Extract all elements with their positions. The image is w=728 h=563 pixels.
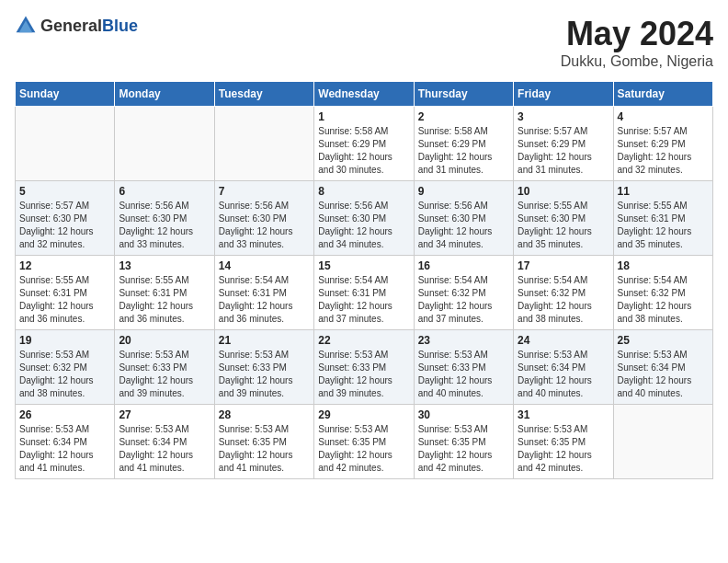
calendar-cell: 24Sunrise: 5:53 AM Sunset: 6:34 PM Dayli…	[514, 330, 613, 405]
calendar-cell: 6Sunrise: 5:56 AM Sunset: 6:30 PM Daylig…	[115, 181, 214, 256]
day-number: 10	[518, 185, 609, 198]
calendar-cell: 1Sunrise: 5:58 AM Sunset: 6:29 PM Daylig…	[314, 107, 414, 181]
weekday-thursday: Thursday	[414, 82, 513, 107]
day-number: 12	[19, 259, 110, 272]
day-number: 23	[418, 334, 509, 347]
month-year-title: May 2024	[561, 15, 713, 53]
day-number: 5	[19, 185, 110, 198]
calendar-cell: 27Sunrise: 5:53 AM Sunset: 6:34 PM Dayli…	[115, 405, 214, 479]
day-number: 16	[418, 259, 509, 272]
calendar-cell: 7Sunrise: 5:56 AM Sunset: 6:30 PM Daylig…	[214, 181, 313, 256]
title-section: May 2024 Dukku, Gombe, Nigeria	[561, 15, 713, 70]
day-number: 6	[119, 185, 210, 198]
day-info: Sunrise: 5:55 AM Sunset: 6:31 PM Dayligh…	[119, 274, 210, 326]
day-number: 24	[518, 334, 609, 347]
calendar-cell: 10Sunrise: 5:55 AM Sunset: 6:30 PM Dayli…	[514, 181, 613, 256]
day-number: 11	[618, 185, 709, 198]
day-number: 3	[518, 110, 609, 123]
calendar-cell: 20Sunrise: 5:53 AM Sunset: 6:33 PM Dayli…	[115, 330, 214, 405]
day-info: Sunrise: 5:57 AM Sunset: 6:30 PM Dayligh…	[19, 200, 110, 251]
calendar-cell: 23Sunrise: 5:53 AM Sunset: 6:33 PM Dayli…	[414, 330, 513, 405]
day-info: Sunrise: 5:55 AM Sunset: 6:31 PM Dayligh…	[19, 274, 110, 326]
day-info: Sunrise: 5:58 AM Sunset: 6:29 PM Dayligh…	[318, 125, 409, 177]
calendar-cell: 22Sunrise: 5:53 AM Sunset: 6:33 PM Dayli…	[314, 330, 414, 405]
weekday-sunday: Sunday	[16, 82, 115, 107]
weekday-friday: Friday	[514, 82, 613, 107]
day-info: Sunrise: 5:54 AM Sunset: 6:31 PM Dayligh…	[219, 274, 310, 326]
day-number: 25	[618, 334, 709, 347]
calendar-cell: 29Sunrise: 5:53 AM Sunset: 6:35 PM Dayli…	[314, 405, 414, 479]
calendar-cell: 5Sunrise: 5:57 AM Sunset: 6:30 PM Daylig…	[16, 181, 115, 256]
day-number: 8	[318, 185, 409, 198]
day-info: Sunrise: 5:55 AM Sunset: 6:30 PM Dayligh…	[518, 200, 609, 251]
day-info: Sunrise: 5:53 AM Sunset: 6:35 PM Dayligh…	[518, 423, 609, 475]
day-info: Sunrise: 5:53 AM Sunset: 6:35 PM Dayligh…	[418, 423, 509, 475]
day-info: Sunrise: 5:54 AM Sunset: 6:32 PM Dayligh…	[618, 274, 709, 326]
calendar-cell: 15Sunrise: 5:54 AM Sunset: 6:31 PM Dayli…	[314, 256, 414, 330]
day-number: 28	[219, 408, 310, 421]
calendar-week-5: 26Sunrise: 5:53 AM Sunset: 6:34 PM Dayli…	[16, 405, 713, 479]
calendar-cell: 8Sunrise: 5:56 AM Sunset: 6:30 PM Daylig…	[314, 181, 414, 256]
day-number: 17	[518, 259, 609, 272]
day-info: Sunrise: 5:58 AM Sunset: 6:29 PM Dayligh…	[418, 125, 509, 177]
day-number: 31	[518, 408, 609, 421]
calendar-cell: 28Sunrise: 5:53 AM Sunset: 6:35 PM Dayli…	[214, 405, 313, 479]
calendar-cell: 4Sunrise: 5:57 AM Sunset: 6:29 PM Daylig…	[613, 107, 712, 181]
day-number: 22	[318, 334, 409, 347]
calendar-cell: 9Sunrise: 5:56 AM Sunset: 6:30 PM Daylig…	[414, 181, 513, 256]
location-subtitle: Dukku, Gombe, Nigeria	[561, 53, 713, 70]
day-info: Sunrise: 5:55 AM Sunset: 6:31 PM Dayligh…	[618, 200, 709, 251]
day-info: Sunrise: 5:53 AM Sunset: 6:35 PM Dayligh…	[219, 423, 310, 475]
calendar-cell	[613, 405, 712, 479]
calendar-cell: 25Sunrise: 5:53 AM Sunset: 6:34 PM Dayli…	[613, 330, 712, 405]
day-info: Sunrise: 5:53 AM Sunset: 6:33 PM Dayligh…	[418, 349, 509, 400]
calendar-cell	[115, 107, 214, 181]
logo-blue-text: Blue	[102, 17, 138, 35]
day-info: Sunrise: 5:57 AM Sunset: 6:29 PM Dayligh…	[618, 125, 709, 177]
day-info: Sunrise: 5:54 AM Sunset: 6:31 PM Dayligh…	[318, 274, 409, 326]
calendar-cell	[214, 107, 313, 181]
day-info: Sunrise: 5:53 AM Sunset: 6:34 PM Dayligh…	[518, 349, 609, 400]
day-number: 18	[618, 259, 709, 272]
day-number: 7	[219, 185, 310, 198]
weekday-monday: Monday	[115, 82, 214, 107]
day-info: Sunrise: 5:53 AM Sunset: 6:34 PM Dayligh…	[618, 349, 709, 400]
day-number: 2	[418, 110, 509, 123]
calendar-cell: 16Sunrise: 5:54 AM Sunset: 6:32 PM Dayli…	[414, 256, 513, 330]
day-info: Sunrise: 5:56 AM Sunset: 6:30 PM Dayligh…	[219, 200, 310, 251]
calendar-cell: 11Sunrise: 5:55 AM Sunset: 6:31 PM Dayli…	[613, 181, 712, 256]
day-info: Sunrise: 5:56 AM Sunset: 6:30 PM Dayligh…	[119, 200, 210, 251]
calendar-week-3: 12Sunrise: 5:55 AM Sunset: 6:31 PM Dayli…	[16, 256, 713, 330]
calendar-cell: 19Sunrise: 5:53 AM Sunset: 6:32 PM Dayli…	[16, 330, 115, 405]
logo-general-text: General	[40, 17, 102, 35]
calendar-cell: 26Sunrise: 5:53 AM Sunset: 6:34 PM Dayli…	[16, 405, 115, 479]
day-info: Sunrise: 5:56 AM Sunset: 6:30 PM Dayligh…	[418, 200, 509, 251]
logo-icon	[15, 15, 37, 37]
day-number: 20	[119, 334, 210, 347]
weekday-tuesday: Tuesday	[214, 82, 313, 107]
day-number: 29	[318, 408, 409, 421]
logo: GeneralBlue	[15, 15, 138, 37]
day-info: Sunrise: 5:54 AM Sunset: 6:32 PM Dayligh…	[518, 274, 609, 326]
day-info: Sunrise: 5:54 AM Sunset: 6:32 PM Dayligh…	[418, 274, 509, 326]
weekday-wednesday: Wednesday	[314, 82, 414, 107]
day-number: 21	[219, 334, 310, 347]
day-number: 13	[119, 259, 210, 272]
day-info: Sunrise: 5:56 AM Sunset: 6:30 PM Dayligh…	[318, 200, 409, 251]
day-number: 15	[318, 259, 409, 272]
day-number: 19	[19, 334, 110, 347]
day-number: 27	[119, 408, 210, 421]
calendar-cell: 30Sunrise: 5:53 AM Sunset: 6:35 PM Dayli…	[414, 405, 513, 479]
day-number: 4	[618, 110, 709, 123]
weekday-header-row: SundayMondayTuesdayWednesdayThursdayFrid…	[16, 82, 713, 107]
day-info: Sunrise: 5:53 AM Sunset: 6:33 PM Dayligh…	[119, 349, 210, 400]
calendar-cell: 17Sunrise: 5:54 AM Sunset: 6:32 PM Dayli…	[514, 256, 613, 330]
day-number: 1	[318, 110, 409, 123]
day-info: Sunrise: 5:53 AM Sunset: 6:33 PM Dayligh…	[318, 349, 409, 400]
calendar-cell	[16, 107, 115, 181]
day-info: Sunrise: 5:53 AM Sunset: 6:32 PM Dayligh…	[19, 349, 110, 400]
day-info: Sunrise: 5:53 AM Sunset: 6:33 PM Dayligh…	[219, 349, 310, 400]
calendar-cell: 12Sunrise: 5:55 AM Sunset: 6:31 PM Dayli…	[16, 256, 115, 330]
day-number: 26	[19, 408, 110, 421]
calendar-cell: 13Sunrise: 5:55 AM Sunset: 6:31 PM Dayli…	[115, 256, 214, 330]
